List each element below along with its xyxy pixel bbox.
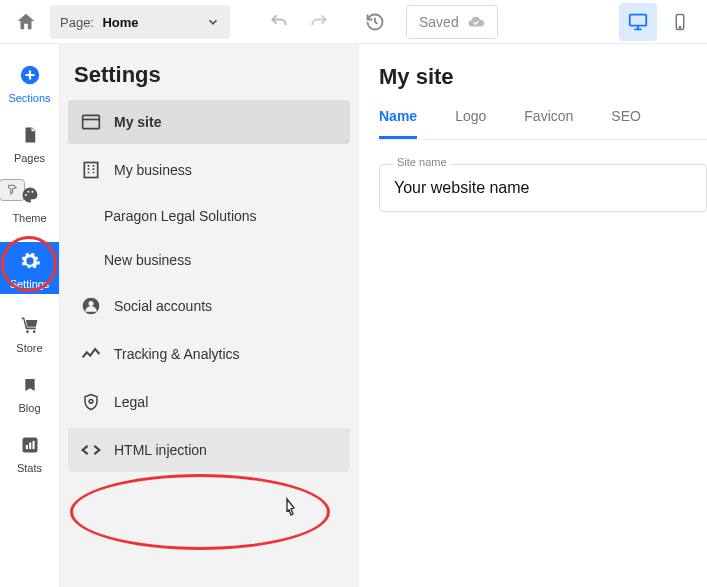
saved-label: Saved — [419, 14, 459, 30]
tab-name[interactable]: Name — [379, 108, 417, 139]
page-icon — [17, 122, 43, 148]
saved-button[interactable]: Saved — [406, 5, 498, 39]
site-name-input[interactable] — [379, 164, 707, 212]
settings-item-label: My business — [114, 162, 192, 178]
gear-icon — [17, 248, 43, 274]
cloud-check-icon — [467, 13, 485, 31]
tab-logo[interactable]: Logo — [455, 108, 486, 139]
mobile-preview-icon[interactable] — [661, 3, 699, 41]
page-current: Home — [102, 15, 138, 30]
highlight-ellipse-html-injection — [70, 474, 330, 550]
rail-label: Pages — [14, 152, 45, 164]
settings-item-html-injection[interactable]: HTML injection — [68, 428, 350, 472]
svg-point-5 — [27, 191, 29, 193]
svg-point-4 — [24, 194, 26, 196]
history-icon[interactable] — [358, 5, 392, 39]
settings-item-label: Social accounts — [114, 298, 212, 314]
user-circle-icon — [80, 295, 102, 317]
redo-icon[interactable] — [302, 5, 336, 39]
rail-label: Theme — [12, 212, 46, 224]
settings-item-tracking[interactable]: Tracking & Analytics — [68, 332, 350, 376]
rail-stats[interactable]: Stats — [0, 432, 59, 474]
rail-store[interactable]: Store — [0, 312, 59, 354]
rail-sections[interactable]: Sections — [0, 62, 59, 104]
device-preview-group — [619, 3, 699, 41]
settings-item-label: New business — [104, 252, 191, 268]
svg-rect-12 — [32, 441, 34, 449]
content-title: My site — [379, 64, 707, 90]
svg-rect-13 — [83, 115, 100, 128]
svg-rect-0 — [630, 14, 647, 25]
plus-circle-icon — [17, 62, 43, 88]
settings-item-label: Legal — [114, 394, 148, 410]
svg-rect-14 — [84, 163, 97, 178]
rail-label: Store — [16, 342, 42, 354]
rail-label: Blog — [18, 402, 40, 414]
site-name-field: Site name — [379, 164, 707, 212]
cart-icon — [17, 312, 43, 338]
tab-favicon[interactable]: Favicon — [524, 108, 573, 139]
settings-item-label: My site — [114, 114, 161, 130]
svg-point-17 — [89, 399, 93, 403]
top-toolbar: Page: Home Saved — [0, 0, 707, 44]
browser-icon — [80, 111, 102, 133]
settings-subitem-business-1[interactable]: Paragon Legal Solutions — [68, 196, 350, 236]
pointer-cursor-icon — [280, 497, 300, 521]
svg-point-16 — [89, 301, 94, 306]
home-icon[interactable] — [8, 4, 44, 40]
settings-item-social[interactable]: Social accounts — [68, 284, 350, 328]
svg-point-8 — [32, 330, 35, 333]
svg-rect-10 — [25, 445, 27, 449]
settings-item-label: Paragon Legal Solutions — [104, 208, 257, 224]
settings-item-legal[interactable]: Legal — [68, 380, 350, 424]
bookmark-icon — [17, 372, 43, 398]
building-icon — [80, 159, 102, 181]
content-pane: My site Name Logo Favicon SEO Site name — [359, 44, 707, 587]
field-legend: Site name — [393, 156, 451, 168]
page-label: Page: — [60, 15, 94, 30]
code-icon — [80, 439, 102, 461]
content-tabs: Name Logo Favicon SEO — [379, 108, 707, 140]
rail-theme[interactable]: Theme — [0, 182, 59, 224]
left-nav-rail: Sections Pages Theme Settings Store — [0, 44, 59, 587]
shield-icon — [80, 391, 102, 413]
desktop-preview-icon[interactable] — [619, 3, 657, 41]
undo-icon[interactable] — [262, 5, 296, 39]
settings-item-my-site[interactable]: My site — [68, 100, 350, 144]
settings-item-label: HTML injection — [114, 442, 207, 458]
rail-pages[interactable]: Pages — [0, 122, 59, 164]
settings-subitem-business-2[interactable]: New business — [68, 240, 350, 280]
rail-label: Settings — [10, 278, 50, 290]
settings-item-label: Tracking & Analytics — [114, 346, 240, 362]
rail-settings[interactable]: Settings — [0, 242, 59, 294]
rail-blog[interactable]: Blog — [0, 372, 59, 414]
tab-seo[interactable]: SEO — [611, 108, 641, 139]
settings-title: Settings — [68, 62, 350, 100]
settings-panel: Settings My site My business Paragon Leg… — [59, 44, 359, 587]
stats-icon — [17, 432, 43, 458]
svg-point-7 — [26, 330, 29, 333]
svg-rect-11 — [29, 443, 31, 450]
svg-point-2 — [679, 26, 681, 28]
analytics-icon — [80, 343, 102, 365]
page-selector[interactable]: Page: Home — [50, 5, 230, 39]
rail-label: Stats — [17, 462, 42, 474]
svg-point-6 — [31, 191, 33, 193]
chevron-down-icon — [206, 15, 220, 29]
palette-icon — [17, 182, 43, 208]
settings-item-my-business[interactable]: My business — [68, 148, 350, 192]
rail-label: Sections — [8, 92, 50, 104]
